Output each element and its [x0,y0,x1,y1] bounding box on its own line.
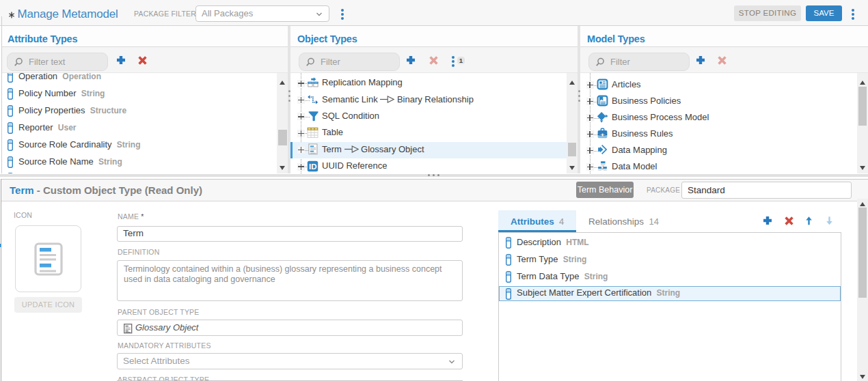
svg-text:ID: ID [309,163,317,171]
